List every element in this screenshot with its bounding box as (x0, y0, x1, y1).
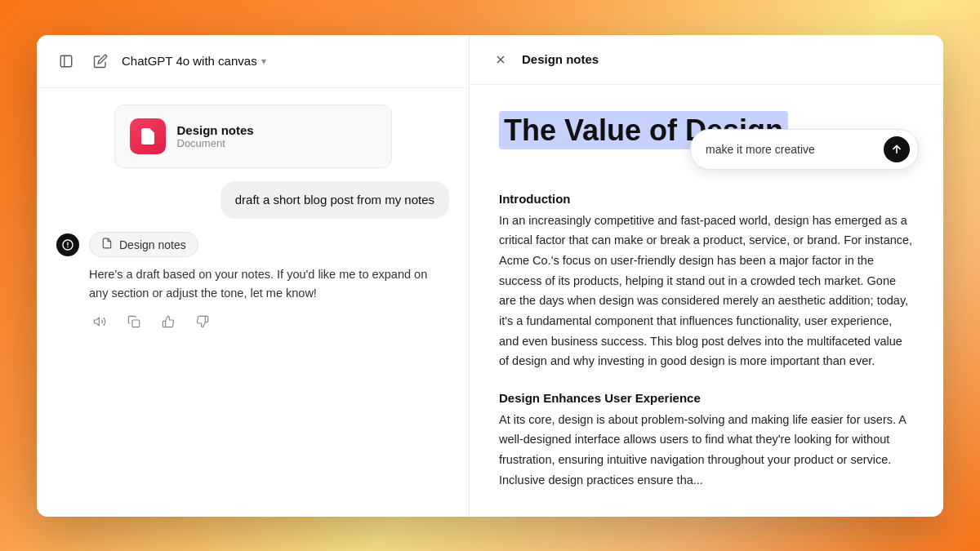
intro-heading: Introduction (499, 192, 914, 206)
ai-text: Here's a draft based on your notes. If y… (89, 265, 449, 303)
header-title[interactable]: ChatGPT 4o with canvas ▾ (122, 54, 266, 68)
design-notes-chip[interactable]: Design notes (89, 232, 198, 257)
right-panel-title: Design notes (522, 52, 599, 66)
section1-heading: Design Enhances User Experience (499, 391, 914, 405)
ai-content: Design notes Here's a draft based on you… (89, 232, 449, 332)
ai-response: Design notes Here's a draft based on you… (56, 232, 449, 332)
inline-edit-box (690, 129, 919, 170)
left-header: ChatGPT 4o with canvas ▾ (37, 35, 469, 88)
sidebar-toggle-button[interactable] (53, 48, 79, 74)
document-card[interactable]: Design notes Document (114, 104, 392, 168)
doc-type: Document (177, 137, 254, 149)
chip-document-icon (101, 238, 113, 251)
thumbsup-button[interactable] (158, 311, 179, 332)
edit-button[interactable] (87, 48, 114, 74)
inline-edit-send-button[interactable] (884, 136, 910, 162)
intro-text: In an increasingly competitive and fast-… (499, 211, 914, 371)
thumbsdown-button[interactable] (192, 311, 213, 332)
chevron-down-icon: ▾ (261, 56, 266, 67)
svg-rect-0 (60, 56, 72, 67)
right-header: Design notes (470, 35, 943, 85)
doc-info: Design notes Document (177, 123, 254, 149)
section1-text: At its core, design is about problem-sol… (499, 410, 914, 491)
app-window: ChatGPT 4o with canvas ▾ Design notes D (37, 35, 943, 517)
svg-marker-4 (94, 318, 99, 326)
doc-title: Design notes (177, 123, 254, 137)
close-button[interactable] (489, 48, 512, 71)
copy-button[interactable] (123, 311, 145, 332)
right-panel: Design notes The Value of Design Introdu… (470, 35, 943, 517)
inline-edit-input[interactable] (706, 143, 877, 156)
user-message: draft a short blog post from my notes (220, 181, 449, 220)
left-panel: ChatGPT 4o with canvas ▾ Design notes D (37, 35, 470, 517)
svg-rect-5 (132, 320, 140, 327)
speaker-button[interactable] (89, 311, 110, 332)
doc-icon (130, 118, 166, 154)
left-content: Design notes Document draft a short blog… (37, 88, 469, 517)
ai-avatar (56, 233, 79, 256)
action-buttons (89, 311, 449, 332)
right-content: The Value of Design Introduction In an i… (470, 85, 943, 517)
